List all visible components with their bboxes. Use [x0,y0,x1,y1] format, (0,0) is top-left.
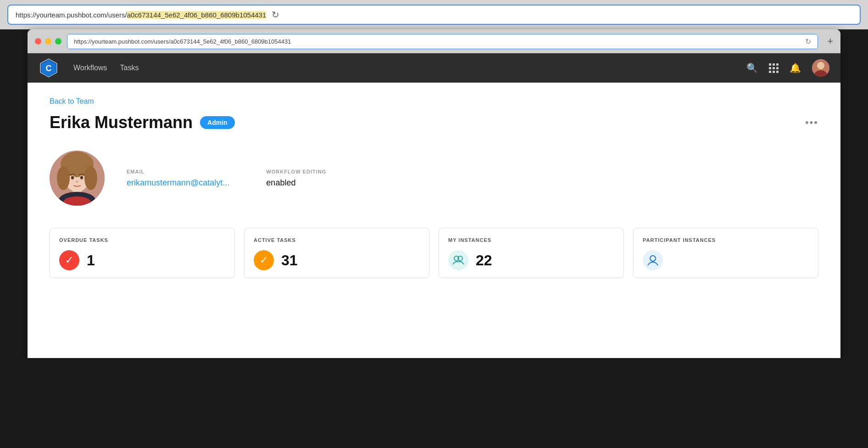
page-content: Back to Team Erika Mustermann Admin ••• [28,83,840,358]
nav-workflows[interactable]: Workflows [73,64,107,72]
nav-links: Workflows Tasks [73,64,732,72]
stat-card-overdue: OVERDUE TASKS ✓ 1 [50,228,235,278]
inner-url-text: https://yourteam.pushbot.com/users/a0c67… [74,38,291,45]
more-options-button[interactable]: ••• [805,117,818,129]
browser-window: https://yourteam.pushbot.com/users/a0c67… [28,29,840,358]
back-to-team-link[interactable]: Back to Team [50,97,94,106]
stat-active-title: ACTIVE TASKS [254,237,420,243]
instances-svg-icon [452,254,464,266]
email-value: erikamustermann@catalyt... [127,178,229,188]
navbar: C Workflows Tasks 🔍 🔔 [28,53,840,83]
svg-point-18 [76,181,78,183]
inner-url-bar[interactable]: https://yourteam.pushbot.com/users/a0c67… [67,34,818,49]
stat-instances-title: MY INSTANCES [448,237,614,243]
user-name: Erika Mustermann [50,113,193,132]
stat-card-active: ACTIVE TASKS ✓ 31 [244,228,429,278]
user-avatar-nav[interactable] [812,59,829,77]
new-tab-button[interactable]: + [827,35,833,47]
nav-tasks[interactable]: Tasks [120,64,139,72]
nav-actions: 🔍 🔔 [746,59,829,77]
workflow-field: WORKFLOW EDITING enabled [266,169,326,188]
stat-active-body: ✓ 31 [254,250,420,270]
stat-overdue-title: OVERDUE TASKS [59,237,225,243]
email-field: EMAIL erikamustermann@catalyt... [127,169,229,188]
stat-card-participant: PARTICIPANT INSTANCES [633,228,818,278]
svg-point-22 [650,256,656,261]
svg-point-4 [817,62,824,69]
active-count: 31 [281,252,298,269]
workflow-value: enabled [266,178,326,188]
user-info-section: EMAIL erikamustermann@catalyt... WORKFLO… [50,151,818,206]
outer-url-text: https://yourteam.pushbot.com/users/a0c67… [16,11,266,19]
minimize-button[interactable] [45,38,51,45]
participant-icon [643,250,663,270]
overdue-icon: ✓ [59,250,79,270]
stat-participant-body [643,250,809,270]
overdue-count: 1 [87,252,95,269]
workflow-label: WORKFLOW EDITING [266,169,326,174]
svg-point-11 [84,166,97,190]
logo[interactable]: C [39,58,59,78]
stat-card-instances: MY INSTANCES 22 [439,228,624,278]
svg-text:C: C [46,64,52,73]
user-header: Erika Mustermann Admin ••• [50,113,818,132]
stat-participant-title: PARTICIPANT INSTANCES [643,237,809,243]
info-fields: EMAIL erikamustermann@catalyt... WORKFLO… [127,169,326,188]
user-title-group: Erika Mustermann Admin [50,113,235,132]
close-button[interactable] [35,38,41,45]
maximize-button[interactable] [55,38,61,45]
stat-instances-body: 22 [448,250,614,270]
instances-count: 22 [476,252,492,269]
traffic-lights [35,38,61,45]
check-icon: ✓ [260,254,268,266]
user-avatar [50,151,105,206]
participant-svg-icon [647,254,659,266]
svg-point-10 [57,166,70,190]
instances-icon [448,250,468,270]
notification-icon[interactable]: 🔔 [790,62,801,73]
active-icon: ✓ [254,250,274,270]
stat-overdue-body: ✓ 1 [59,250,225,270]
stats-row: OVERDUE TASKS ✓ 1 ACTIVE TASKS ✓ 31 [50,228,818,278]
outer-reload-button[interactable]: ↻ [272,9,279,20]
avatar-nav-image [812,59,829,77]
logo-icon: C [39,58,59,78]
outer-browser-bar: https://yourteam.pushbot.com/users/a0c67… [0,0,868,29]
svg-point-17 [80,176,83,179]
search-icon[interactable]: 🔍 [746,62,758,73]
avatar-image [50,151,105,206]
admin-badge: Admin [200,116,235,129]
title-bar: https://yourteam.pushbot.com/users/a0c67… [28,29,840,53]
inner-reload-icon[interactable]: ↻ [805,37,811,46]
email-label: EMAIL [127,169,229,174]
checkmark-icon: ✓ [65,254,73,266]
svg-point-16 [71,176,74,179]
grid-icon[interactable] [769,63,779,73]
outer-url-bar[interactable]: https://yourteam.pushbot.com/users/a0c67… [7,5,861,25]
